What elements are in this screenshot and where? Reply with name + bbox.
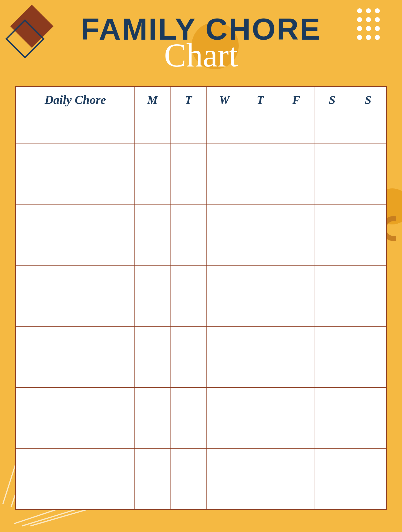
day-cell [206, 235, 242, 266]
day-cell [134, 388, 171, 418]
day-cell [314, 205, 350, 235]
day-cell [134, 174, 171, 205]
day-header-thu: T [242, 87, 278, 113]
day-cell [350, 266, 386, 296]
chore-cell [16, 235, 135, 266]
day-cell [278, 144, 314, 174]
table-row [16, 357, 386, 388]
chore-cell [16, 113, 135, 144]
day-cell [134, 357, 171, 388]
day-cell [134, 113, 171, 144]
table-row [16, 205, 386, 235]
day-cell [206, 388, 242, 418]
day-cell [314, 357, 350, 388]
table-row [16, 296, 386, 327]
day-cell [134, 205, 171, 235]
day-header-sun: S [350, 87, 386, 113]
day-cell [350, 296, 386, 327]
title-chart: Chart [0, 39, 402, 72]
day-cell [242, 296, 278, 327]
table-row [16, 113, 386, 144]
day-cell [134, 449, 171, 479]
chore-cell [16, 174, 135, 205]
chore-cell [16, 418, 135, 449]
chore-column-header: Daily Chore [16, 87, 135, 113]
chore-cell [16, 266, 135, 296]
table-row [16, 418, 386, 449]
day-cell [278, 174, 314, 205]
day-cell [242, 357, 278, 388]
table-row [16, 388, 386, 418]
day-cell [242, 235, 278, 266]
day-cell [206, 357, 242, 388]
day-cell [314, 296, 350, 327]
day-cell [278, 266, 314, 296]
day-cell [134, 144, 171, 174]
day-cell [278, 449, 314, 479]
day-cell [350, 205, 386, 235]
day-header-sat: S [314, 87, 350, 113]
table-header-row: Daily Chore M T W T F S S [16, 87, 386, 113]
day-cell [206, 205, 242, 235]
day-cell [134, 266, 171, 296]
day-cell [350, 235, 386, 266]
day-cell [206, 296, 242, 327]
day-cell [171, 144, 207, 174]
day-cell [171, 266, 207, 296]
table-row [16, 266, 386, 296]
day-cell [242, 418, 278, 449]
day-cell [206, 113, 242, 144]
day-cell [242, 174, 278, 205]
day-cell [314, 174, 350, 205]
table-row [16, 479, 386, 510]
day-cell [242, 388, 278, 418]
day-cell [314, 144, 350, 174]
day-cell [278, 235, 314, 266]
day-cell [278, 357, 314, 388]
day-cell [242, 266, 278, 296]
day-cell [314, 418, 350, 449]
day-cell [350, 418, 386, 449]
chore-cell [16, 357, 135, 388]
chore-cell [16, 449, 135, 479]
day-cell [278, 296, 314, 327]
table-row [16, 174, 386, 205]
day-cell [206, 266, 242, 296]
day-cell [171, 418, 207, 449]
day-cell [206, 449, 242, 479]
day-cell [206, 479, 242, 510]
day-cell [314, 479, 350, 510]
day-cell [350, 144, 386, 174]
day-cell [350, 113, 386, 144]
day-header-tue: T [171, 87, 207, 113]
day-cell [134, 235, 171, 266]
day-cell [350, 449, 386, 479]
day-cell [278, 113, 314, 144]
day-cell [278, 205, 314, 235]
day-cell [206, 327, 242, 357]
day-cell [134, 327, 171, 357]
day-cell [171, 449, 207, 479]
day-cell [171, 357, 207, 388]
day-cell [206, 418, 242, 449]
day-cell [314, 113, 350, 144]
day-cell [134, 479, 171, 510]
day-cell [242, 113, 278, 144]
day-cell [242, 327, 278, 357]
table-row [16, 235, 386, 266]
day-cell [314, 388, 350, 418]
day-header-wed: W [206, 87, 242, 113]
day-cell [278, 418, 314, 449]
day-cell [171, 327, 207, 357]
chore-table-container: Daily Chore M T W T F S S [15, 86, 387, 510]
table-row [16, 327, 386, 357]
day-cell [206, 144, 242, 174]
chore-cell [16, 144, 135, 174]
day-cell [242, 449, 278, 479]
day-cell [171, 296, 207, 327]
day-cell [171, 205, 207, 235]
day-cell [171, 113, 207, 144]
day-cell [278, 479, 314, 510]
table-row [16, 144, 386, 174]
chore-cell [16, 388, 135, 418]
